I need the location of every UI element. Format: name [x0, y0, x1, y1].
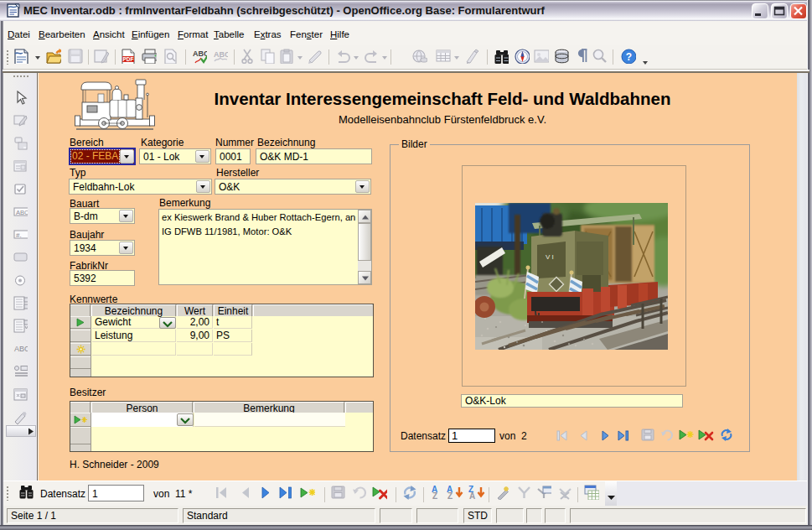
svg-text:ABC: ABC	[214, 50, 228, 59]
svg-text:ABC: ABC	[193, 49, 207, 58]
svg-text:V I: V I	[546, 253, 554, 261]
svg-text:#.: #.	[16, 231, 22, 239]
svg-text:ABC: ABC	[16, 209, 28, 216]
svg-text:?: ?	[626, 51, 632, 63]
svg-text:ABC: ABC	[14, 345, 28, 353]
svg-text:PDF: PDF	[123, 56, 134, 62]
